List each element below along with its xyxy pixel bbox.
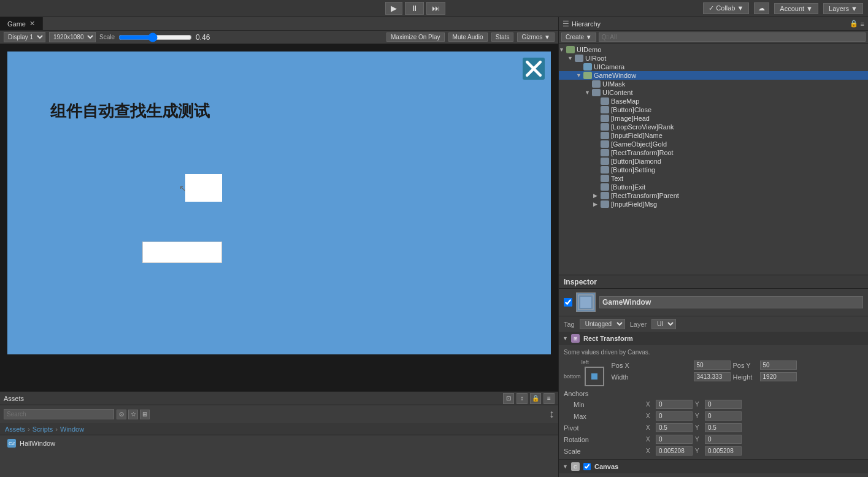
tag-select[interactable]: Untagged: [580, 319, 625, 329]
h-node-icon: [575, 55, 583, 62]
hierarchy-item[interactable]: ▼UIDemo: [559, 45, 868, 54]
layers-button[interactable]: Layers ▼: [823, 3, 863, 14]
close-x-button[interactable]: [521, 56, 546, 81]
pivot-x-input[interactable]: [656, 423, 693, 432]
scale-value: 0.46: [196, 33, 210, 42]
anchor-min-x-input[interactable]: [656, 400, 693, 409]
h-arrow-icon: ▶: [593, 193, 601, 199]
scale-slider[interactable]: [118, 31, 192, 44]
search-scope-btn[interactable]: ⊙: [117, 410, 126, 419]
obj-enabled-checkbox[interactable]: [564, 298, 572, 307]
search-label-btn[interactable]: ⊞: [140, 410, 150, 419]
hierarchy-title: Hierarchy: [572, 20, 601, 28]
collab-button[interactable]: ✓ Collab ▼: [703, 2, 749, 14]
hierarchy-item[interactable]: [InputField]Name: [559, 131, 868, 140]
canvas-arrow: ▼: [563, 464, 569, 470]
maximize-btn[interactable]: Maximize On Play: [386, 32, 445, 42]
bottom-icon-menu[interactable]: ≡: [543, 393, 555, 404]
hierarchy-item[interactable]: BaseMap: [559, 97, 868, 105]
pos-x-input[interactable]: [694, 361, 731, 370]
layer-select[interactable]: UI: [651, 319, 676, 329]
canvas-enabled-checkbox[interactable]: [583, 463, 591, 470]
game-tab[interactable]: Game ✕: [0, 17, 43, 30]
cloud-button[interactable]: ☁: [754, 2, 769, 14]
bottom-icon-lock[interactable]: 🔒: [530, 393, 541, 404]
list-item[interactable]: C# HallWindow: [5, 438, 553, 449]
hierarchy-panel: ☰ Hierarchy 🔒 ≡ Create ▼ ▼UIDemo▼UIRootU…: [558, 17, 868, 275]
game-tab-label: Game: [7, 20, 26, 28]
breadcrumb-assets[interactable]: Assets: [5, 425, 25, 433]
breadcrumb-scripts[interactable]: Scripts: [33, 425, 53, 433]
scale-label: Scale: [99, 34, 115, 40]
game-canvas: 组件自动查找生成测试 ↖: [7, 52, 551, 354]
h-arrow-icon: ▼: [585, 90, 592, 96]
rot-y-input[interactable]: [705, 435, 742, 444]
hierarchy-create-btn[interactable]: Create ▼: [561, 32, 596, 42]
hierarchy-item[interactable]: [Button]Setting: [559, 166, 868, 174]
hierarchy-item[interactable]: [GameObject]Gold: [559, 140, 868, 148]
hierarchy-tab: ☰ Hierarchy: [563, 20, 601, 28]
height-input[interactable]: [760, 372, 797, 381]
h-node-icon: [601, 200, 609, 208]
h-item-label: [LoopScroView]Rank: [611, 123, 674, 131]
anchor-max-label: Max: [564, 413, 643, 420]
pos-y-input[interactable]: [760, 361, 797, 370]
display-select[interactable]: Display 1: [4, 32, 45, 42]
pause-button[interactable]: ⏸: [405, 2, 424, 15]
obj-name-input[interactable]: [599, 296, 863, 308]
hierarchy-item[interactable]: ▼UIContent: [559, 88, 868, 97]
pivot-y-input[interactable]: [705, 423, 742, 432]
hierarchy-menu-btn[interactable]: ≡: [861, 20, 864, 28]
account-button[interactable]: Account ▼: [774, 3, 818, 14]
game-tab-close[interactable]: ✕: [29, 20, 35, 28]
hierarchy-item[interactable]: [LoopScroView]Rank: [559, 123, 868, 131]
h-item-label: UIContent: [602, 89, 633, 96]
hierarchy-item[interactable]: UICamera: [559, 63, 868, 71]
canvas-header[interactable]: ▼ C Canvas: [559, 460, 868, 473]
breadcrumb: Assets › Scripts › Window: [0, 423, 558, 435]
h-node-icon: [592, 89, 601, 96]
hierarchy-item[interactable]: ▼GameWindow: [559, 71, 868, 80]
hierarchy-item[interactable]: Text: [559, 174, 868, 183]
rot-x-input[interactable]: [656, 435, 693, 444]
search-type-btn[interactable]: ☆: [128, 410, 138, 419]
canvas-title: Canvas: [594, 463, 618, 470]
rect-visual: [585, 367, 604, 386]
bottom-icon-2[interactable]: ↕: [517, 393, 528, 404]
scale-y-input[interactable]: [705, 446, 742, 456]
hierarchy-lock-btn[interactable]: 🔒: [850, 20, 858, 28]
bottom-expand-btn[interactable]: ↕: [549, 408, 555, 421]
anchor-max-y-input[interactable]: [705, 411, 742, 421]
rect-transform-header[interactable]: ▼ ⊞ Rect Transform: [559, 332, 868, 345]
anchor-min-y-input[interactable]: [705, 400, 742, 409]
hierarchy-item[interactable]: [Image]Head: [559, 114, 868, 123]
hierarchy-tab-bar: ☰ Hierarchy 🔒 ≡: [559, 17, 868, 31]
hierarchy-item[interactable]: ▼UIRoot: [559, 54, 868, 63]
pivot-row: Pivot X Y: [564, 422, 863, 433]
hierarchy-item[interactable]: [Button]Close: [559, 105, 868, 114]
resolution-select[interactable]: 1920x1080: [49, 32, 96, 42]
anchor-max-x-input[interactable]: [656, 411, 693, 421]
hierarchy-item[interactable]: UIMask: [559, 80, 868, 88]
anchor-min-x-label: X: [646, 401, 653, 408]
hierarchy-item[interactable]: [Button]Exit: [559, 183, 868, 191]
game-viewport: 组件自动查找生成测试 ↖: [0, 44, 558, 391]
hierarchy-item[interactable]: [Button]Diamond: [559, 157, 868, 166]
scale-x-input[interactable]: [656, 446, 693, 456]
width-input[interactable]: [694, 372, 731, 381]
bottom-icon-1[interactable]: ⊡: [503, 393, 514, 404]
hierarchy-search-input[interactable]: [599, 32, 866, 42]
play-button[interactable]: ▶: [385, 2, 402, 15]
pivot-xy: X Y: [646, 423, 742, 432]
anchors-label: Anchors: [564, 390, 643, 397]
stats-btn[interactable]: Stats: [491, 32, 514, 42]
hierarchy-item[interactable]: ▶[InputField]Msg: [559, 200, 868, 208]
assets-search-input[interactable]: [4, 409, 114, 419]
breadcrumb-window[interactable]: Window: [60, 425, 84, 433]
hierarchy-item[interactable]: [RectTransform]Root: [559, 148, 868, 157]
top-bar-right: ✓ Collab ▼ ☁ Account ▼ Layers ▼: [703, 2, 863, 14]
gizmos-btn[interactable]: Gizmos ▼: [517, 32, 555, 42]
step-button[interactable]: ⏭: [426, 2, 445, 15]
hierarchy-item[interactable]: ▶[RectTransform]Parent: [559, 191, 868, 200]
mute-btn[interactable]: Mute Audio: [448, 32, 488, 42]
